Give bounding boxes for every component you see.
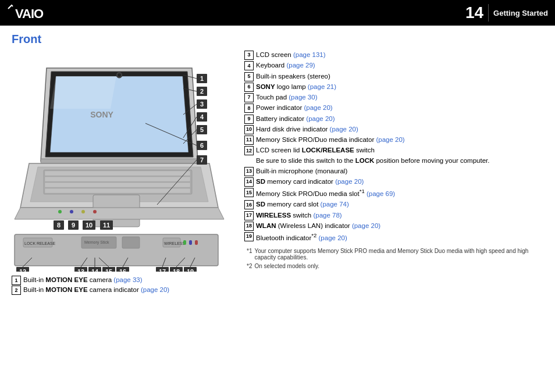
bottom-item-2: 2 Built-in MOTION EYE camera indicator (… [12, 285, 233, 295]
svg-rect-60 [183, 240, 186, 245]
feature-item-7: 7 Touch pad (page 30) [244, 92, 543, 102]
link-p20-ms[interactable]: (page 20) [376, 136, 404, 143]
svg-rect-61 [189, 240, 192, 245]
svg-rect-11 [45, 183, 190, 187]
feature-item-16: 16 SD memory card slot (page 74) [244, 199, 543, 209]
link-p131[interactable]: (page 131) [293, 51, 326, 58]
feature-list: 3 LCD screen (page 131) 4 Keyboard (page… [244, 50, 543, 243]
page-header: VAIO 14 Getting Started [0, 0, 555, 26]
svg-text:12: 12 [19, 268, 26, 272]
link-p69[interactable]: (page 69) [367, 190, 395, 197]
header-divider [488, 4, 489, 22]
link-p20-bt[interactable]: (page 20) [319, 234, 347, 241]
link-p21[interactable]: (page 21) [308, 83, 336, 90]
footnote-text-2: On selected models only. [254, 263, 319, 269]
svg-marker-38 [15, 208, 224, 219]
section-title: Getting Started [493, 9, 548, 17]
footnote-mark-1: *1 [247, 248, 252, 261]
page-number: 14 [465, 3, 483, 22]
svg-rect-5 [41, 159, 198, 163]
feature-item-5: 5 Built-in speakers (stereo) [244, 72, 543, 81]
footnote-text-1: Your computer supports Memory Stick PRO … [254, 248, 543, 261]
svg-rect-41 [81, 210, 85, 213]
num-1: 1 [12, 276, 21, 285]
svg-rect-39 [58, 210, 62, 213]
feature-item-8: 8 Power indicator (page 20) [244, 103, 543, 113]
vaio-logo-svg: VAIO [7, 4, 54, 22]
feature-item-4: 4 Keyboard (page 29) [244, 60, 543, 70]
feature-item-11: 11 Memory Stick PRO/Duo media indicator … [244, 135, 543, 145]
svg-text:5: 5 [200, 126, 204, 133]
feature-text-1: Built-in MOTION EYE camera (page 33) [23, 275, 143, 285]
feature-item-6: 6 SONY logo lamp (page 21) [244, 82, 543, 92]
laptop-diagram: SONY 1 2 3 4 5 [12, 51, 227, 272]
svg-text:2: 2 [200, 88, 204, 95]
footnote-1: *1 Your computer supports Memory Stick P… [247, 248, 543, 261]
svg-text:4: 4 [200, 113, 204, 120]
svg-text:WIRELESS: WIRELESS [164, 241, 186, 245]
svg-text:18: 18 [173, 268, 180, 272]
svg-rect-42 [93, 210, 97, 213]
link-p20-wlan[interactable]: (page 20) [352, 222, 380, 229]
svg-rect-62 [195, 240, 198, 245]
svg-marker-4 [50, 76, 116, 109]
feature-item-10: 10 Hard disk drive indicator (page 20) [244, 124, 543, 134]
footnote-mark-2: *2 [247, 263, 252, 269]
svg-text:3: 3 [200, 101, 204, 108]
bottom-item-1: 1 Built-in MOTION EYE camera (page 33) [12, 275, 233, 285]
svg-text:13: 13 [77, 268, 84, 272]
svg-rect-40 [70, 210, 73, 213]
svg-text:8: 8 [57, 222, 61, 229]
feature-text-2: Built-in MOTION EYE camera indicator (pa… [23, 285, 169, 295]
feature-item-13: 13 Built-in microphone (monaural) [244, 166, 543, 176]
svg-rect-12 [45, 188, 190, 193]
right-column: 3 LCD screen (page 131) 4 Keyboard (page… [244, 33, 543, 295]
feature-item-18: 18 WLAN (Wireless LAN) indicator (page 2… [244, 221, 543, 231]
link-p78[interactable]: (page 78) [313, 212, 341, 219]
header-right-section: 14 Getting Started [465, 3, 548, 22]
link-p74[interactable]: (page 74) [321, 201, 349, 208]
link-p20-hdd[interactable]: (page 20) [330, 126, 358, 133]
svg-text:RELEASE: RELEASE [37, 241, 56, 245]
svg-text:15: 15 [105, 268, 112, 272]
svg-text:7: 7 [200, 156, 204, 163]
footnote-2: *2 On selected models only. [247, 263, 543, 269]
svg-text:1: 1 [200, 75, 204, 82]
link-page20-cam[interactable]: (page 20) [141, 286, 169, 293]
link-p20-sd[interactable]: (page 20) [335, 178, 364, 185]
svg-text:14: 14 [91, 268, 99, 272]
link-p29[interactable]: (page 29) [286, 62, 315, 69]
link-p20-power[interactable]: (page 20) [304, 104, 332, 111]
svg-text:Memory Stick: Memory Stick [84, 240, 109, 245]
num-2: 2 [12, 286, 21, 295]
svg-rect-9 [45, 171, 190, 176]
feature-item-12: 12 LCD screen lid LOCK/RELEASE switch Be… [244, 145, 543, 166]
svg-point-16 [118, 73, 121, 77]
svg-text:VAIO: VAIO [15, 6, 44, 21]
link-page33[interactable]: (page 33) [113, 276, 142, 283]
laptop-illustration: SONY 1 2 3 4 5 [12, 51, 227, 272]
svg-text:10: 10 [86, 222, 92, 229]
feature-item-14: 14 SD memory card indicator (page 20) [244, 177, 543, 187]
vaio-logo-container: VAIO [7, 4, 54, 22]
link-p20-batt[interactable]: (page 20) [306, 115, 335, 122]
left-column: Front [12, 33, 233, 295]
svg-text:6: 6 [200, 142, 204, 149]
svg-text:LOCK: LOCK [24, 241, 35, 245]
page-title: Front [12, 33, 233, 46]
link-p30[interactable]: (page 30) [289, 94, 317, 101]
svg-rect-10 [45, 177, 190, 181]
svg-text:16: 16 [119, 268, 126, 272]
footnotes-section: *1 Your computer supports Memory Stick P… [244, 248, 543, 269]
svg-rect-57 [122, 237, 140, 248]
feature-item-9: 9 Battery indicator (page 20) [244, 114, 543, 124]
svg-text:17: 17 [159, 268, 166, 272]
feature-item-15: 15 Memory Stick PRO/Duo media slot*1 (pa… [244, 187, 543, 199]
svg-text:9: 9 [72, 222, 75, 229]
main-content: Front [0, 26, 555, 302]
svg-text:11: 11 [103, 222, 110, 229]
feature-item-3: 3 LCD screen (page 131) [244, 50, 543, 60]
bottom-labels: 1 Built-in MOTION EYE camera (page 33) 2… [12, 275, 233, 295]
svg-text:19: 19 [187, 268, 194, 272]
feature-item-17: 17 WIRELESS switch (page 78) [244, 211, 543, 220]
